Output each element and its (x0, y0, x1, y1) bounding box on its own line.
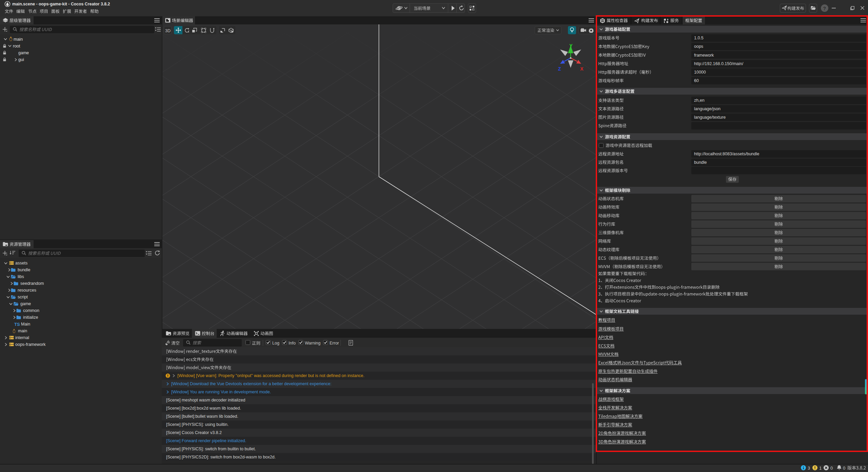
svg-text:X: X (580, 66, 584, 72)
svg-text:Y: Y (569, 43, 573, 48)
svg-text:Z: Z (558, 66, 561, 72)
